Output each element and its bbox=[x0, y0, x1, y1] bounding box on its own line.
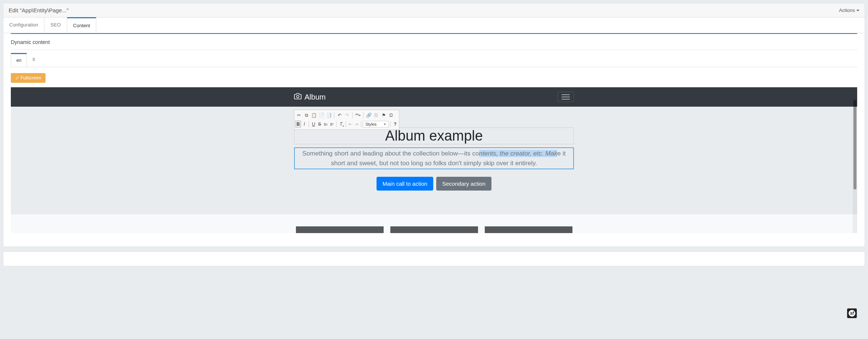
superscript-button[interactable]: x² bbox=[329, 120, 335, 128]
cards-row bbox=[11, 214, 857, 233]
hero-title[interactable]: Album example bbox=[294, 128, 574, 144]
lang-tabs: en fr bbox=[11, 53, 857, 67]
page-title: Edit "App\Entity\Page..." bbox=[9, 7, 69, 13]
link-icon[interactable]: 🔗 bbox=[365, 112, 372, 119]
special-char-icon[interactable]: Ω bbox=[387, 112, 395, 119]
paste-word-icon[interactable]: 📑 bbox=[325, 112, 332, 119]
help-button[interactable]: ? bbox=[392, 120, 398, 128]
cta-primary-button[interactable]: Main call to action bbox=[377, 177, 433, 191]
brand[interactable]: Album bbox=[294, 92, 326, 102]
chevron-down-icon: ▼ bbox=[383, 123, 386, 126]
panel-header: Edit "App\Entity\Page..." Actions bbox=[3, 3, 865, 18]
lang-tab-en[interactable]: en bbox=[11, 53, 27, 67]
card-placeholder bbox=[485, 226, 572, 233]
expand-icon: ⤢ bbox=[15, 75, 19, 81]
paste-text-icon[interactable]: 📄 bbox=[318, 112, 325, 119]
fullscreen-button[interactable]: ⤢ Fullscreen bbox=[11, 73, 46, 83]
scroll-thumb[interactable] bbox=[853, 100, 856, 189]
selected-text: ntents, the creator, etc. Mak bbox=[479, 150, 558, 157]
remove-format-button[interactable]: T bbox=[338, 120, 344, 128]
tab-content[interactable]: Content bbox=[67, 17, 97, 33]
preview-navbar: Album bbox=[11, 87, 857, 107]
svg-point-0 bbox=[297, 95, 299, 98]
outdent-button[interactable]: ⇤ bbox=[347, 120, 353, 128]
copy-icon[interactable]: ⧉ bbox=[303, 112, 310, 119]
tab-configuration[interactable]: Configuration bbox=[3, 18, 44, 33]
subscript-button[interactable]: x₂ bbox=[323, 120, 329, 128]
caret-down-icon bbox=[856, 10, 859, 11]
strike-button[interactable]: S bbox=[316, 120, 322, 128]
nav-toggle-button[interactable] bbox=[558, 92, 574, 102]
underline-button[interactable]: U bbox=[310, 120, 316, 128]
redo-icon[interactable]: ↷ bbox=[343, 112, 351, 119]
spellcheck-icon[interactable]: ᴬᵇ▾ bbox=[354, 112, 362, 119]
actions-dropdown[interactable]: Actions bbox=[839, 7, 859, 13]
paste-icon[interactable]: 📋 bbox=[310, 112, 318, 119]
edit-panel: Edit "App\Entity\Page..." Actions Config… bbox=[3, 3, 865, 247]
camera-icon bbox=[294, 92, 302, 102]
secondary-panel bbox=[3, 251, 865, 266]
undo-icon[interactable]: ↶ bbox=[336, 112, 343, 119]
unlink-icon[interactable]: ⛓ bbox=[372, 112, 380, 119]
content-preview[interactable]: Album ✂ bbox=[11, 87, 857, 233]
indent-button[interactable]: ⇥ bbox=[353, 120, 359, 128]
cta-secondary-button[interactable]: Secondary action bbox=[436, 177, 491, 191]
preview-scrollbar[interactable] bbox=[853, 98, 857, 233]
italic-button[interactable]: I bbox=[301, 120, 307, 128]
tab-seo[interactable]: SEO bbox=[44, 18, 67, 33]
lang-tab-fr[interactable]: fr bbox=[27, 53, 41, 67]
card-placeholder bbox=[296, 226, 384, 233]
styles-dropdown[interactable]: Styles ▼ bbox=[363, 121, 389, 128]
bold-button[interactable]: B bbox=[295, 120, 301, 128]
section-dynamic-content: Dynamic content bbox=[11, 34, 857, 50]
editor-toolbar: ✂ ⧉ 📋 📄 📑 ↶ ↷ ᴬᵇ▾ bbox=[294, 110, 399, 130]
hero-section: ✂ ⧉ 📋 📄 📑 ↶ ↷ ᴬᵇ▾ bbox=[11, 107, 857, 214]
card-placeholder bbox=[390, 226, 478, 233]
cut-icon[interactable]: ✂ bbox=[295, 112, 303, 119]
hero-subtitle[interactable]: Something short and leading about the co… bbox=[294, 147, 574, 169]
main-tabs: Configuration SEO Content bbox=[3, 18, 865, 33]
hamburger-icon bbox=[562, 94, 570, 100]
anchor-icon[interactable]: ⚑ bbox=[380, 112, 387, 119]
